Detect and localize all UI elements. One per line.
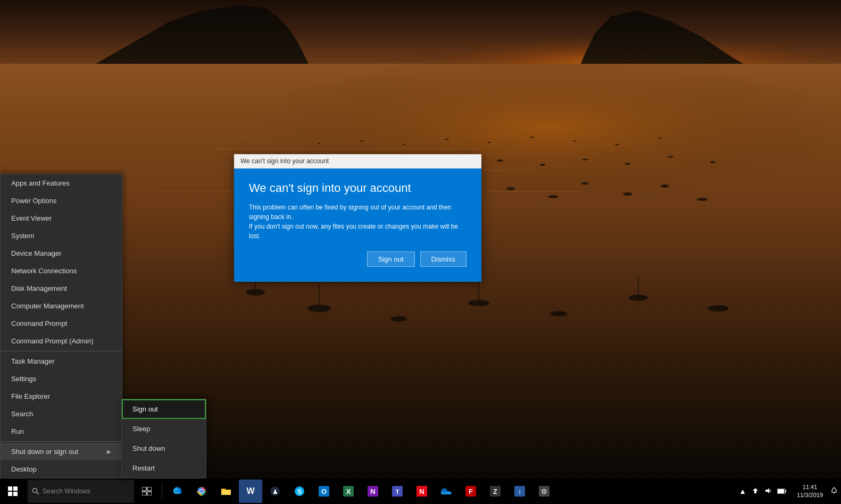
- svg-point-23: [540, 164, 545, 166]
- menu-item-computer-mgmt[interactable]: Computer Management: [1, 297, 122, 315]
- svg-text:Z: Z: [493, 488, 497, 495]
- taskbar-pinned-icons: Search Windows: [26, 480, 733, 503]
- taskbar-netflix[interactable]: N: [410, 480, 434, 503]
- svg-point-41: [550, 311, 567, 316]
- menu-item-device-manager[interactable]: Device Manager: [1, 245, 122, 262]
- svg-rect-87: [785, 490, 786, 492]
- tray-volume[interactable]: [763, 487, 773, 496]
- menu-item-cmd[interactable]: Command Prompt: [1, 315, 122, 332]
- taskbar-excel[interactable]: X: [337, 480, 360, 503]
- svg-point-36: [658, 138, 661, 139]
- taskbar-outlook[interactable]: O: [312, 480, 336, 503]
- menu-item-network[interactable]: Network Connections: [1, 262, 122, 280]
- svg-rect-48: [8, 486, 12, 491]
- menu-item-disk-mgmt[interactable]: Disk Management: [1, 280, 122, 297]
- svg-rect-57: [147, 492, 152, 495]
- taskbar-word[interactable]: W: [239, 480, 262, 503]
- taskbar: Search Windows: [0, 478, 841, 504]
- menu-item-run[interactable]: Run: [1, 423, 122, 440]
- taskbar-teams[interactable]: T: [386, 480, 409, 503]
- taskbar-task-view[interactable]: [135, 480, 159, 503]
- taskbar-steam[interactable]: ♟: [263, 480, 287, 503]
- svg-rect-54: [142, 487, 146, 491]
- svg-point-25: [625, 163, 630, 165]
- dialog-dismiss-button[interactable]: Dismiss: [420, 251, 467, 267]
- svg-point-13: [581, 182, 589, 185]
- svg-point-15: [661, 184, 669, 188]
- svg-rect-86: [778, 489, 784, 493]
- svg-text:F: F: [469, 488, 473, 495]
- divider-1: [1, 351, 122, 351]
- menu-item-task-manager[interactable]: Task Manager: [1, 352, 122, 370]
- menu-item-event-viewer[interactable]: Event Viewer: [1, 209, 122, 227]
- svg-point-52: [33, 489, 37, 493]
- svg-text:⚙: ⚙: [541, 488, 547, 495]
- menu-item-file-explorer[interactable]: File Explorer: [1, 388, 122, 405]
- sign-in-dialog: We can't sign into your account We can't…: [234, 154, 481, 282]
- shutdown-submenu: Sign out Sleep Shut down Restart: [121, 399, 206, 478]
- menu-item-power-options[interactable]: Power Options: [1, 192, 122, 209]
- taskbar-time-date[interactable]: 11:41 11/3/2019: [793, 483, 827, 500]
- dialog-titlebar: We can't sign into your account: [234, 154, 481, 169]
- tray-notification[interactable]: [827, 487, 841, 496]
- svg-text:N: N: [419, 488, 424, 495]
- svg-marker-84: [765, 488, 769, 493]
- dialog-buttons: Sign out Dismiss: [249, 251, 467, 267]
- svg-point-14: [623, 192, 632, 196]
- svg-point-39: [391, 316, 407, 322]
- svg-point-16: [697, 198, 707, 201]
- menu-item-cmd-admin[interactable]: Command Prompt (Admin): [1, 332, 122, 350]
- svg-text:O: O: [321, 488, 327, 495]
- svg-point-12: [548, 195, 559, 198]
- svg-point-43: [707, 305, 729, 312]
- svg-point-30: [403, 144, 406, 145]
- menu-item-search[interactable]: Search: [1, 405, 122, 423]
- svg-point-22: [497, 159, 503, 162]
- menu-item-shutdown[interactable]: Shut down or sign out ▶: [1, 443, 122, 460]
- divider-2: [1, 441, 122, 442]
- svg-point-32: [488, 142, 491, 143]
- taskbar-app3[interactable]: ⚙: [532, 480, 556, 503]
- submenu-sleep[interactable]: Sleep: [122, 419, 206, 439]
- svg-point-35: [615, 144, 619, 145]
- svg-point-26: [667, 156, 673, 158]
- taskbar-search[interactable]: Search Windows: [28, 480, 134, 503]
- svg-text:X: X: [346, 488, 351, 495]
- svg-text:♟: ♟: [272, 488, 278, 495]
- tray-battery[interactable]: [776, 487, 788, 495]
- svg-rect-75: [441, 492, 452, 494]
- dialog-body: We can't sign into your account This pro…: [234, 169, 481, 282]
- svg-text:T: T: [396, 489, 399, 495]
- dialog-sign-out-button[interactable]: Sign out: [367, 251, 415, 267]
- svg-text:S: S: [297, 488, 302, 495]
- tray-network[interactable]: [750, 487, 761, 496]
- svg-point-34: [573, 140, 576, 141]
- dialog-title: We can't sign into your account: [249, 181, 467, 195]
- svg-text:N: N: [370, 488, 375, 495]
- taskbar-chrome[interactable]: [190, 480, 213, 503]
- menu-item-system[interactable]: System: [1, 227, 122, 245]
- menu-item-apps-features[interactable]: Apps and Features: [1, 174, 122, 192]
- svg-line-53: [37, 492, 39, 495]
- menu-item-settings[interactable]: Settings: [1, 370, 122, 388]
- tray-up-arrow[interactable]: ▲: [737, 487, 748, 495]
- taskbar-sep1: [162, 483, 162, 499]
- taskbar-onedrive[interactable]: [435, 480, 458, 503]
- svg-point-33: [530, 137, 534, 138]
- taskbar-app2[interactable]: ↕: [508, 480, 531, 503]
- svg-point-29: [360, 140, 364, 141]
- taskbar-onenote[interactable]: N: [361, 480, 385, 503]
- taskbar-explorer[interactable]: [214, 480, 238, 503]
- svg-point-60: [200, 490, 203, 493]
- taskbar-skype[interactable]: S: [288, 480, 311, 503]
- taskbar-filezilla[interactable]: F: [459, 480, 482, 503]
- taskbar-edge[interactable]: [165, 480, 189, 503]
- submenu-sign-out[interactable]: Sign out: [122, 399, 206, 419]
- svg-text:↕: ↕: [518, 488, 522, 495]
- submenu-shutdown[interactable]: Shut down: [122, 439, 206, 458]
- svg-rect-88: [834, 492, 835, 493]
- menu-item-desktop[interactable]: Desktop: [1, 460, 122, 478]
- start-button[interactable]: [0, 478, 26, 504]
- taskbar-app-z[interactable]: Z: [484, 480, 507, 503]
- submenu-restart[interactable]: Restart: [122, 458, 206, 478]
